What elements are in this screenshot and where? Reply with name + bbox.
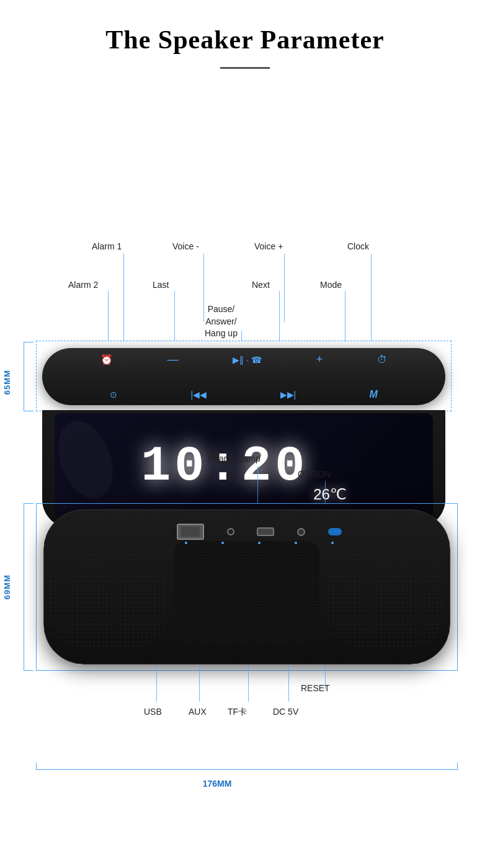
label-reset: RESET <box>301 683 330 693</box>
label-last: Last <box>153 280 169 290</box>
dc-port <box>297 528 305 536</box>
speaker-bottom-body <box>43 509 450 664</box>
page-title: The Speaker Parameter <box>0 0 490 61</box>
label-alarm1: Alarm 1 <box>92 241 122 251</box>
dim-top-label: 65MM <box>2 370 12 395</box>
alarm2-icon: ⊙ <box>110 390 117 400</box>
dimension-bracket-top <box>24 342 33 411</box>
dimension-bracket-bottom-v <box>24 503 33 671</box>
last-icon: |◀◀ <box>191 390 207 400</box>
label-next: Next <box>252 280 270 290</box>
port-indicators <box>168 541 350 545</box>
label-pause: Pause/ Answer/ Hang up <box>205 303 238 340</box>
label-voice-plus: Voice + <box>254 241 283 251</box>
center-area <box>174 541 319 643</box>
power-switch[interactable] <box>328 528 342 535</box>
speaker-grille-right <box>327 544 445 647</box>
mode-icon: M <box>369 389 377 400</box>
voice-plus-icon: + <box>316 353 323 366</box>
dimension-bracket-bottom-h <box>36 763 458 770</box>
label-alarm2: Alarm 2 <box>68 280 98 290</box>
clock-icon: ⏱ <box>377 354 387 365</box>
label-mode: Mode <box>320 280 342 290</box>
pause-answer-icon: ▶‖ · ☎ <box>233 355 262 365</box>
dim-bottom-v-label: 69MM <box>2 575 12 599</box>
alarm1-icon: ⏰ <box>100 354 113 365</box>
label-tf: TF卡 <box>228 707 247 718</box>
label-aux: AUX <box>189 707 207 717</box>
speaker-grille-left <box>49 544 167 647</box>
next-icon: ▶▶| <box>280 390 296 400</box>
top-section: Alarm 1 Voice - Voice + Clock Alarm 2 La… <box>0 87 490 435</box>
aux-port <box>227 528 234 535</box>
voice-minus-icon: — <box>167 353 179 366</box>
microusb-port <box>257 527 274 536</box>
title-divider <box>220 67 270 69</box>
label-clock: Clock <box>347 241 369 251</box>
speaker-top-body: ⏰ — ▶‖ · ☎ + ⏱ ⊙ |◀◀ ▶▶| M <box>42 348 445 405</box>
label-dc: DC 5V <box>273 707 298 717</box>
label-usb: USB <box>144 707 162 717</box>
usb-port <box>177 524 204 540</box>
label-off-on: OFF/ON <box>298 469 331 479</box>
label-voice-minus: Voice - <box>172 241 199 251</box>
dim-bottom-h-label: 176MM <box>203 779 232 789</box>
bottom-section: Charge Lamp OFF/ON 69MM <box>0 454 490 801</box>
label-charge-lamp: Charge Lamp <box>208 454 261 463</box>
